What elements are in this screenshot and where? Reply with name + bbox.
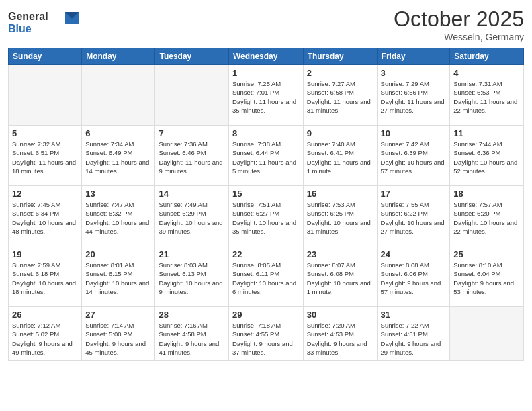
day-number: 10 — [381, 128, 447, 138]
calendar-week-row: 26Sunrise: 7:12 AM Sunset: 5:02 PM Dayli… — [9, 307, 524, 361]
day-info: Sunrise: 8:10 AM Sunset: 6:04 PM Dayligh… — [453, 261, 520, 296]
day-info: Sunrise: 7:47 AM Sunset: 6:32 PM Dayligh… — [85, 200, 151, 236]
table-row: 3Sunrise: 7:29 AM Sunset: 6:56 PM Daylig… — [377, 65, 450, 126]
day-number: 21 — [159, 249, 224, 259]
day-number: 8 — [232, 128, 300, 138]
svg-text:Blue: Blue — [8, 23, 32, 34]
day-number: 12 — [12, 189, 78, 199]
table-row: 24Sunrise: 8:08 AM Sunset: 6:06 PM Dayli… — [377, 246, 450, 307]
table-row: 19Sunrise: 7:59 AM Sunset: 6:18 PM Dayli… — [9, 246, 82, 307]
day-number: 29 — [232, 310, 300, 320]
table-row: 7Sunrise: 7:36 AM Sunset: 6:46 PM Daylig… — [155, 126, 228, 186]
header-friday: Friday — [377, 48, 450, 65]
day-info: Sunrise: 7:16 AM Sunset: 4:58 PM Dayligh… — [159, 321, 224, 357]
day-number: 31 — [381, 310, 447, 320]
day-info: Sunrise: 7:38 AM Sunset: 6:44 PM Dayligh… — [232, 140, 300, 175]
day-info: Sunrise: 8:08 AM Sunset: 6:06 PM Dayligh… — [381, 261, 447, 296]
table-row: 23Sunrise: 8:07 AM Sunset: 6:08 PM Dayli… — [303, 246, 377, 307]
header-saturday: Saturday — [450, 48, 524, 65]
table-row: 13Sunrise: 7:47 AM Sunset: 6:32 PM Dayli… — [82, 186, 155, 246]
table-row: 28Sunrise: 7:16 AM Sunset: 4:58 PM Dayli… — [155, 307, 228, 361]
day-number: 19 — [12, 249, 78, 259]
day-info: Sunrise: 8:01 AM Sunset: 6:15 PM Dayligh… — [85, 261, 151, 296]
day-info: Sunrise: 7:12 AM Sunset: 5:02 PM Dayligh… — [12, 321, 78, 357]
day-info: Sunrise: 7:55 AM Sunset: 6:22 PM Dayligh… — [381, 200, 447, 236]
month-title: October 2025 — [394, 7, 524, 32]
table-row: 14Sunrise: 7:49 AM Sunset: 6:29 PM Dayli… — [155, 186, 228, 246]
calendar-table: Sunday Monday Tuesday Wednesday Thursday… — [8, 48, 524, 361]
table-row: 8Sunrise: 7:38 AM Sunset: 6:44 PM Daylig… — [228, 126, 303, 186]
day-number: 13 — [85, 189, 151, 199]
table-row: 15Sunrise: 7:51 AM Sunset: 6:27 PM Dayli… — [228, 186, 303, 246]
table-row: 12Sunrise: 7:45 AM Sunset: 6:34 PM Dayli… — [9, 186, 82, 246]
day-number: 14 — [159, 189, 224, 199]
day-number: 30 — [307, 310, 373, 320]
day-info: Sunrise: 8:05 AM Sunset: 6:11 PM Dayligh… — [232, 261, 300, 296]
day-number: 11 — [453, 128, 520, 138]
table-row — [155, 65, 228, 126]
table-row: 4Sunrise: 7:31 AM Sunset: 6:53 PM Daylig… — [450, 65, 524, 126]
page-container: General Blue October 2025 Wesseln, Germa… — [0, 0, 532, 367]
day-info: Sunrise: 7:18 AM Sunset: 4:55 PM Dayligh… — [232, 321, 300, 357]
day-info: Sunrise: 7:59 AM Sunset: 6:18 PM Dayligh… — [12, 261, 78, 296]
title-section: October 2025 Wesseln, Germany — [394, 7, 524, 42]
table-row: 1Sunrise: 7:25 AM Sunset: 7:01 PM Daylig… — [228, 65, 303, 126]
table-row: 22Sunrise: 8:05 AM Sunset: 6:11 PM Dayli… — [228, 246, 303, 307]
table-row: 18Sunrise: 7:57 AM Sunset: 6:20 PM Dayli… — [450, 186, 524, 246]
calendar-week-row: 1Sunrise: 7:25 AM Sunset: 7:01 PM Daylig… — [9, 65, 524, 126]
header-sunday: Sunday — [9, 48, 82, 65]
day-number: 4 — [453, 68, 520, 78]
page-header: General Blue October 2025 Wesseln, Germa… — [8, 7, 524, 42]
header-monday: Monday — [82, 48, 155, 65]
table-row: 9Sunrise: 7:40 AM Sunset: 6:41 PM Daylig… — [303, 126, 377, 186]
table-row — [82, 65, 155, 126]
day-info: Sunrise: 7:45 AM Sunset: 6:34 PM Dayligh… — [12, 200, 78, 236]
header-tuesday: Tuesday — [155, 48, 228, 65]
day-number: 24 — [381, 249, 447, 259]
table-row: 31Sunrise: 7:22 AM Sunset: 4:51 PM Dayli… — [377, 307, 450, 361]
day-number: 7 — [159, 128, 224, 138]
day-number: 27 — [85, 310, 151, 320]
calendar-week-row: 5Sunrise: 7:32 AM Sunset: 6:51 PM Daylig… — [9, 126, 524, 186]
calendar-week-row: 19Sunrise: 7:59 AM Sunset: 6:18 PM Dayli… — [9, 246, 524, 307]
day-number: 5 — [12, 128, 78, 138]
day-info: Sunrise: 7:53 AM Sunset: 6:25 PM Dayligh… — [307, 200, 373, 236]
location: Wesseln, Germany — [394, 32, 524, 42]
day-number: 28 — [159, 310, 224, 320]
table-row: 21Sunrise: 8:03 AM Sunset: 6:13 PM Dayli… — [155, 246, 228, 307]
day-number: 25 — [453, 249, 520, 259]
table-row: 11Sunrise: 7:44 AM Sunset: 6:36 PM Dayli… — [450, 126, 524, 186]
day-info: Sunrise: 7:27 AM Sunset: 6:58 PM Dayligh… — [307, 79, 373, 115]
day-info: Sunrise: 7:40 AM Sunset: 6:41 PM Dayligh… — [307, 140, 373, 175]
table-row: 30Sunrise: 7:20 AM Sunset: 4:53 PM Dayli… — [303, 307, 377, 361]
day-info: Sunrise: 7:22 AM Sunset: 4:51 PM Dayligh… — [381, 321, 447, 357]
day-number: 2 — [307, 68, 373, 78]
table-row: 20Sunrise: 8:01 AM Sunset: 6:15 PM Dayli… — [82, 246, 155, 307]
day-number: 1 — [232, 68, 300, 78]
header-wednesday: Wednesday — [228, 48, 303, 65]
table-row: 26Sunrise: 7:12 AM Sunset: 5:02 PM Dayli… — [9, 307, 82, 361]
day-number: 20 — [85, 249, 151, 259]
day-info: Sunrise: 8:07 AM Sunset: 6:08 PM Dayligh… — [307, 261, 373, 296]
header-thursday: Thursday — [303, 48, 377, 65]
table-row: 5Sunrise: 7:32 AM Sunset: 6:51 PM Daylig… — [9, 126, 82, 186]
day-number: 18 — [453, 189, 520, 199]
table-row — [450, 307, 524, 361]
calendar-week-row: 12Sunrise: 7:45 AM Sunset: 6:34 PM Dayli… — [9, 186, 524, 246]
day-info: Sunrise: 7:25 AM Sunset: 7:01 PM Dayligh… — [232, 79, 300, 115]
day-number: 15 — [232, 189, 300, 199]
day-info: Sunrise: 7:44 AM Sunset: 6:36 PM Dayligh… — [453, 140, 520, 175]
day-number: 26 — [12, 310, 78, 320]
day-info: Sunrise: 8:03 AM Sunset: 6:13 PM Dayligh… — [159, 261, 224, 296]
svg-text:General: General — [8, 11, 48, 22]
logo-text: General Blue — [8, 7, 82, 40]
table-row: 16Sunrise: 7:53 AM Sunset: 6:25 PM Dayli… — [303, 186, 377, 246]
day-number: 22 — [232, 249, 300, 259]
calendar-header-row: Sunday Monday Tuesday Wednesday Thursday… — [9, 48, 524, 65]
day-info: Sunrise: 7:32 AM Sunset: 6:51 PM Dayligh… — [12, 140, 78, 175]
table-row: 29Sunrise: 7:18 AM Sunset: 4:55 PM Dayli… — [228, 307, 303, 361]
day-number: 17 — [381, 189, 447, 199]
table-row: 17Sunrise: 7:55 AM Sunset: 6:22 PM Dayli… — [377, 186, 450, 246]
day-number: 6 — [85, 128, 151, 138]
day-info: Sunrise: 7:31 AM Sunset: 6:53 PM Dayligh… — [453, 79, 520, 115]
